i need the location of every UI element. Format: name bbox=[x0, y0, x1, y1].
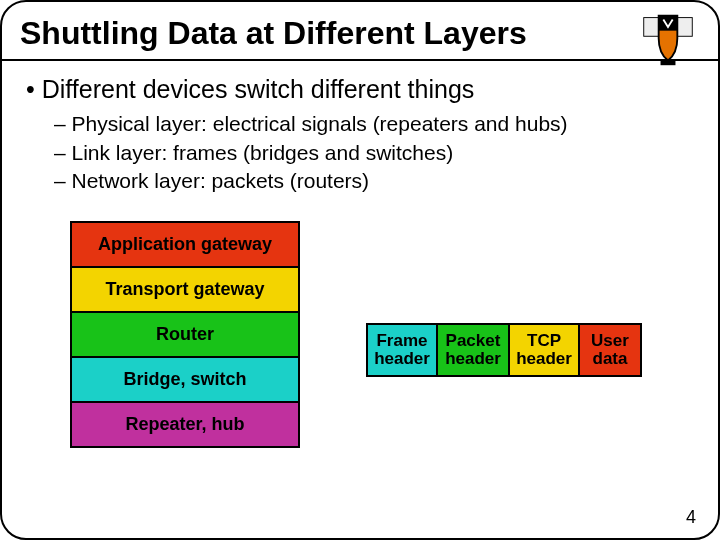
seg-frame-header: Frame header bbox=[368, 325, 438, 375]
seg-label: Packet bbox=[444, 332, 502, 351]
princeton-shield-icon bbox=[640, 12, 696, 68]
stack-row-repeater: Repeater, hub bbox=[72, 403, 298, 446]
title-row: Shuttling Data at Different Layers bbox=[2, 2, 718, 57]
diagram-area: Application gateway Transport gateway Ro… bbox=[26, 221, 694, 481]
seg-label: data bbox=[586, 350, 634, 369]
layer-stack: Application gateway Transport gateway Ro… bbox=[70, 221, 300, 448]
seg-packet-header: Packet header bbox=[438, 325, 510, 375]
stack-row-router: Router bbox=[72, 313, 298, 358]
svg-rect-0 bbox=[644, 18, 659, 37]
seg-label: header bbox=[516, 350, 572, 369]
seg-label: Frame bbox=[374, 332, 430, 351]
svg-rect-2 bbox=[661, 61, 676, 66]
seg-user-data: User data bbox=[580, 325, 640, 375]
packet-diagram: Frame header Packet header TCP header Us… bbox=[366, 323, 642, 377]
seg-label: TCP bbox=[516, 332, 572, 351]
stack-row-bridge: Bridge, switch bbox=[72, 358, 298, 403]
slide-body: • Different devices switch different thi… bbox=[2, 61, 718, 481]
slide-title: Shuttling Data at Different Layers bbox=[20, 16, 527, 51]
seg-label: header bbox=[374, 350, 430, 369]
sub-bullet: – Link layer: frames (bridges and switch… bbox=[54, 139, 694, 167]
stack-row-transport: Transport gateway bbox=[72, 268, 298, 313]
slide-frame: Shuttling Data at Different Layers • Dif… bbox=[0, 0, 720, 540]
seg-tcp-header: TCP header bbox=[510, 325, 580, 375]
svg-rect-1 bbox=[677, 18, 692, 37]
sub-bullet: – Network layer: packets (routers) bbox=[54, 167, 694, 195]
page-number: 4 bbox=[686, 507, 696, 528]
bullet-main: • Different devices switch different thi… bbox=[26, 75, 694, 104]
stack-row-application: Application gateway bbox=[72, 223, 298, 268]
sub-bullet: – Physical layer: electrical signals (re… bbox=[54, 110, 694, 138]
seg-label: User bbox=[586, 332, 634, 351]
seg-label: header bbox=[444, 350, 502, 369]
